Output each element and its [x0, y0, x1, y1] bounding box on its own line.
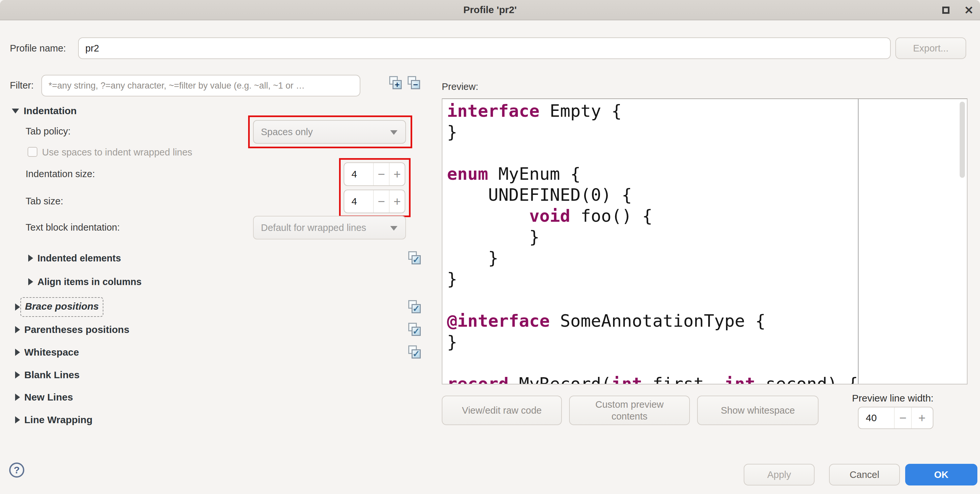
ok-button-label: OK: [934, 469, 948, 481]
profile-name-label: Profile name:: [10, 42, 66, 55]
maximize-button[interactable]: [939, 3, 953, 17]
indentation-expanded-icon[interactable]: [12, 109, 19, 113]
titlebar: Profile 'pr2' ✕: [0, 0, 980, 20]
minus-icon: −: [378, 167, 385, 181]
view-edit-raw-code-label: View/edit raw code: [462, 405, 542, 416]
text-block-indentation-value: Default for wrapped lines: [261, 222, 366, 233]
tab-size-spinner: 4 − +: [344, 190, 405, 213]
code-line: [447, 352, 855, 373]
show-whitespace-button[interactable]: Show whitespace: [697, 396, 819, 425]
preview-label: Preview:: [442, 80, 478, 93]
tab-policy-label: Tab policy:: [25, 125, 70, 138]
use-spaces-wrapped-checkbox[interactable]: [27, 147, 37, 157]
plus-icon: +: [393, 194, 401, 209]
tree-item-align-items-in-columns[interactable]: Align items in columns: [37, 275, 142, 288]
indentation-size-increment-button[interactable]: +: [389, 163, 405, 185]
code-line: UNDEFINED(0) {: [447, 184, 855, 205]
tree-item-indented-elements[interactable]: Indented elements: [37, 252, 121, 265]
brace-positions-modified-toggle[interactable]: ✓: [408, 300, 422, 314]
tab-size-increment-button[interactable]: +: [389, 190, 405, 213]
brace-positions-label: Brace positions: [25, 301, 99, 311]
tree-item-new-lines[interactable]: New Lines: [24, 391, 73, 404]
parentheses-positions-modified-toggle[interactable]: ✓: [408, 323, 422, 337]
plus-icon: +: [393, 167, 401, 181]
code-line: [447, 142, 855, 164]
tab-size-value[interactable]: 4: [344, 190, 373, 213]
text-block-indentation-label: Text block indentation:: [25, 221, 120, 234]
align-items-collapsed-icon[interactable]: [28, 278, 33, 285]
window-title: Profile 'pr2': [0, 0, 980, 20]
close-icon: ✕: [962, 3, 975, 17]
preview-line-width-spinner: 40 − +: [858, 407, 933, 429]
export-button[interactable]: Export...: [895, 37, 966, 59]
cancel-button-label: Cancel: [850, 469, 879, 481]
checked-checkbox-icon: ✓: [412, 304, 421, 313]
tree-item-brace-positions-selected[interactable]: Brace positions: [20, 297, 103, 317]
indentation-size-label: Indentation size:: [25, 167, 95, 180]
apply-button[interactable]: Apply: [744, 464, 815, 486]
preview-code: interface Empty {}enum MyEnum { UNDEFINE…: [447, 100, 855, 384]
cancel-button[interactable]: Cancel: [829, 464, 900, 486]
code-line: @interface SomeAnnotationType {: [447, 310, 855, 331]
tab-size-decrement-button[interactable]: −: [373, 190, 389, 213]
tree-item-parentheses-positions[interactable]: Parentheses positions: [24, 323, 129, 336]
indented-elements-modified-toggle[interactable]: ✓: [408, 251, 422, 265]
indentation-size-decrement-button[interactable]: −: [373, 163, 389, 185]
whitespace-collapsed-icon[interactable]: [15, 349, 20, 356]
indented-elements-collapsed-icon[interactable]: [28, 254, 33, 262]
export-button-label: Export...: [913, 42, 948, 54]
tab-policy-select[interactable]: Spaces only: [253, 120, 406, 144]
chevron-down-icon: [390, 130, 398, 135]
filter-label: Filter:: [10, 79, 34, 92]
checked-checkbox-icon: ✓: [412, 349, 421, 359]
preview-line-width-decrement-button[interactable]: −: [894, 407, 911, 428]
use-spaces-wrapped-label: Use spaces to indent wrapped lines: [42, 146, 192, 159]
help-button[interactable]: ?: [9, 462, 24, 478]
preview-pane[interactable]: interface Empty {}enum MyEnum { UNDEFINE…: [442, 98, 967, 384]
parentheses-positions-collapsed-icon[interactable]: [15, 326, 20, 333]
collapse-all-button[interactable]: −: [407, 76, 421, 90]
tree-item-indentation[interactable]: Indentation: [24, 104, 77, 118]
close-button[interactable]: ✕: [962, 3, 975, 17]
code-line: }: [447, 268, 855, 289]
custom-preview-contents-label: Custom preview contents: [583, 399, 676, 422]
tab-policy-value: Spaces only: [261, 127, 313, 137]
new-lines-collapsed-icon[interactable]: [15, 394, 20, 401]
show-whitespace-label: Show whitespace: [721, 405, 795, 416]
preview-line-width-increment-button[interactable]: +: [911, 407, 932, 428]
code-line: record MyRecord(int first, int second) {: [447, 373, 855, 384]
custom-preview-contents-button[interactable]: Custom preview contents: [569, 396, 690, 425]
ok-button[interactable]: OK: [905, 464, 977, 486]
code-line: }: [447, 121, 855, 142]
help-icon: ?: [14, 464, 20, 476]
tree-item-line-wrapping[interactable]: Line Wrapping: [24, 413, 92, 426]
blank-lines-collapsed-icon[interactable]: [15, 371, 20, 378]
indentation-size-value[interactable]: 4: [344, 163, 373, 185]
whitespace-modified-toggle[interactable]: ✓: [408, 345, 422, 359]
checked-checkbox-icon: ✓: [412, 255, 421, 264]
preview-line-width-value[interactable]: 40: [859, 407, 894, 428]
line-wrapping-collapsed-icon[interactable]: [15, 416, 20, 424]
indentation-size-spinner: 4 − +: [344, 162, 405, 186]
profile-name-input[interactable]: [78, 37, 891, 59]
code-line: }: [447, 226, 855, 247]
preview-line-width-label: Preview line width:: [852, 392, 933, 405]
plus-icon: +: [918, 411, 926, 425]
minus-icon: −: [378, 194, 385, 209]
expand-all-icon: +: [393, 80, 402, 89]
code-line: enum MyEnum {: [447, 164, 855, 184]
filter-input[interactable]: [41, 75, 360, 97]
vertical-scrollbar-thumb[interactable]: [960, 102, 965, 178]
tree-item-blank-lines[interactable]: Blank Lines: [24, 369, 80, 381]
text-block-indentation-select[interactable]: Default for wrapped lines: [253, 216, 406, 240]
brace-positions-collapsed-icon[interactable]: [15, 303, 20, 311]
maximize-icon: [942, 6, 950, 14]
minus-icon: −: [899, 411, 907, 425]
view-edit-raw-code-button[interactable]: View/edit raw code: [442, 396, 562, 425]
code-line: [447, 289, 855, 310]
tree-item-whitespace[interactable]: Whitespace: [24, 346, 79, 359]
code-line: }: [447, 247, 855, 268]
code-line: void foo() {: [447, 205, 855, 226]
expand-all-button[interactable]: +: [389, 76, 402, 90]
apply-button-label: Apply: [767, 469, 791, 481]
